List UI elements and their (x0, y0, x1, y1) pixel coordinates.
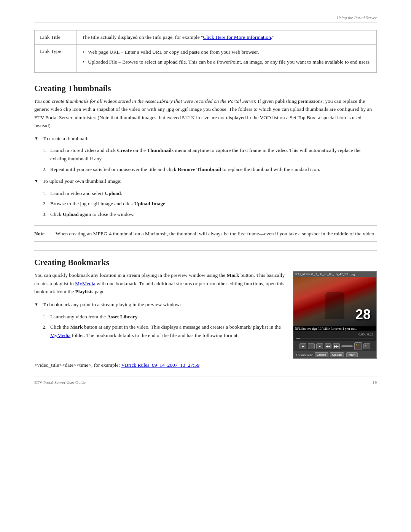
video-jersey-number: 28 (355, 307, 371, 323)
link-type-list: Web page URL – Enter a valid URL or copy… (82, 48, 371, 66)
fastforward-button[interactable]: ▶▶ (333, 343, 340, 349)
thumbnails-bar: Thumbnails: Create Upload Mark (293, 351, 376, 358)
list-item: Click Upload again to close the window. (43, 210, 377, 219)
info-table: Link Title The title actually displayed … (34, 30, 377, 73)
thumbnails-steps-1: Launch a stored video and click Create o… (43, 146, 377, 173)
thumbnails-triangle-list-1: To create a thumbnail: (34, 134, 377, 143)
bold-upload-2: Upload (63, 211, 79, 217)
thumbnails-heading: Creating Thumbnails (34, 83, 377, 93)
list-item: Browse to the jpg or gif image and click… (43, 200, 377, 208)
list-item: Uploaded File – Browse to select an uplo… (82, 58, 371, 66)
fullscreen-button[interactable]: ⛶ (363, 343, 370, 349)
bookmarks-text-column: You can quickly bookmark any location in… (34, 271, 285, 343)
bold-upload: Upload (105, 190, 121, 196)
list-item: Launch any video from the Asset Library. (43, 313, 285, 321)
note-box: Note When creating an MPEG-4 thumbnail o… (34, 225, 377, 242)
example-text: <video_title><date><time>, for example: … (34, 361, 377, 369)
click-here-link[interactable]: Click Here for More Information (203, 34, 271, 40)
list-item: Repeat until you are satisfied or mouseo… (43, 165, 377, 174)
page-header: Using the Portal Server (34, 15, 377, 22)
thumbnails-intro-italic: You can create thumbnails for all videos… (34, 98, 256, 104)
bookmarks-steps: Launch any video from the Asset Library.… (43, 313, 285, 340)
video-frame: 28 (293, 277, 376, 326)
section-divider (34, 250, 377, 251)
mark-button[interactable]: Mark (346, 352, 358, 357)
volume-slider[interactable] (341, 345, 353, 347)
header-text: Using the Portal Server (337, 15, 377, 20)
video-ticker: NFL Steelers sign RB Willie Parker to 4-… (293, 326, 376, 331)
example-prefix: <video_title><date><time>, for example: (34, 362, 121, 368)
table-cell-content: Web page URL – Enter a valid URL or copy… (76, 45, 377, 73)
thumbnails-label: Thumbnails: (296, 353, 313, 357)
video-time: 0:00 / 0:22 (358, 332, 373, 336)
bookmarks-content: You can quickly bookmark any location in… (34, 271, 377, 359)
bold-mark: Mark (227, 272, 239, 278)
video-progress-bar (296, 338, 373, 339)
thumbnails-intro: You can create thumbnails for all videos… (34, 97, 377, 130)
video-controls[interactable]: ▶ ⏸ ■ ◀◀ ▶▶ CCOFF ⛶ (293, 341, 376, 351)
thumbnails-triangle-list-2: To upload your own thumbnail image: (34, 177, 377, 185)
mymedia-link-2[interactable]: MyMedia (50, 332, 70, 338)
list-item: Click the Mark button at any point in th… (43, 323, 285, 339)
list-item: Launch a video and select Upload. (43, 189, 377, 198)
table-cell-content: The title actually displayed on the Info… (76, 30, 377, 45)
mymedia-link-1[interactable]: MyMedia (75, 281, 95, 286)
bookmarks-intro: You can quickly bookmark any location in… (34, 271, 285, 296)
table-cell-label: Link Type (35, 45, 76, 73)
upload-thumbnail-button[interactable]: Upload (330, 352, 344, 357)
thumbnails-steps-2: Launch a video and select Upload. Browse… (43, 189, 377, 219)
video-player-mockup: /CD_MPEG1_2_08_30_06_16_42_53.mpg 28 NFL… (293, 271, 377, 359)
rewind-button[interactable]: ◀◀ (325, 343, 331, 349)
note-text: When creating an MPEG-4 thumbnail on a M… (56, 230, 376, 238)
create-thumbnail-button[interactable]: Create (315, 352, 328, 357)
bold-mark-2: Mark (70, 324, 83, 330)
bookmarks-triangle-list: To bookmark any point in a stream playin… (34, 300, 285, 309)
bold-playlists: Playlists (75, 289, 94, 294)
bold-upload-image: Upload Image (134, 201, 165, 206)
bold-remove-thumbnail: Remove Thumbnail (178, 166, 221, 172)
video-title-bar: /CD_MPEG1_2_08_30_06_16_42_53.mpg (293, 272, 376, 277)
table-cell-label: Link Title (35, 30, 76, 45)
bookmarks-section: Creating Bookmarks You can quickly bookm… (34, 257, 377, 369)
footer-right: 19 (373, 380, 377, 385)
bold-asset-library: Asset Library (107, 314, 138, 320)
footer-left: ETV Portal Server User Guide (34, 380, 86, 385)
example-link[interactable]: VBrick Rules_09_14_2007_13_27:59 (121, 362, 199, 368)
pause-button[interactable]: ⏸ (308, 343, 315, 349)
triangle-list-item: To bookmark any point in a stream playin… (34, 300, 285, 309)
bold-create: Create (117, 147, 132, 153)
list-item: Web page URL – Enter a valid URL or copy… (82, 48, 371, 56)
page-footer: ETV Portal Server User Guide 19 (34, 377, 377, 385)
note-label: Note (34, 230, 50, 238)
table-row: Link Type Web page URL – Enter a valid U… (35, 45, 377, 73)
list-item: Launch a stored video and click Create o… (43, 146, 377, 163)
triangle-list-item: To create a thumbnail: (34, 134, 377, 143)
table-row: Link Title The title actually displayed … (35, 30, 377, 45)
bookmarks-heading: Creating Bookmarks (34, 257, 377, 267)
stop-button[interactable]: ■ (316, 343, 323, 349)
play-button[interactable]: ▶ (299, 343, 306, 349)
cc-button[interactable]: CCOFF (354, 342, 362, 350)
bold-thumbnails: Thumbnails (147, 147, 174, 153)
triangle-list-item: To upload your own thumbnail image: (34, 177, 377, 185)
